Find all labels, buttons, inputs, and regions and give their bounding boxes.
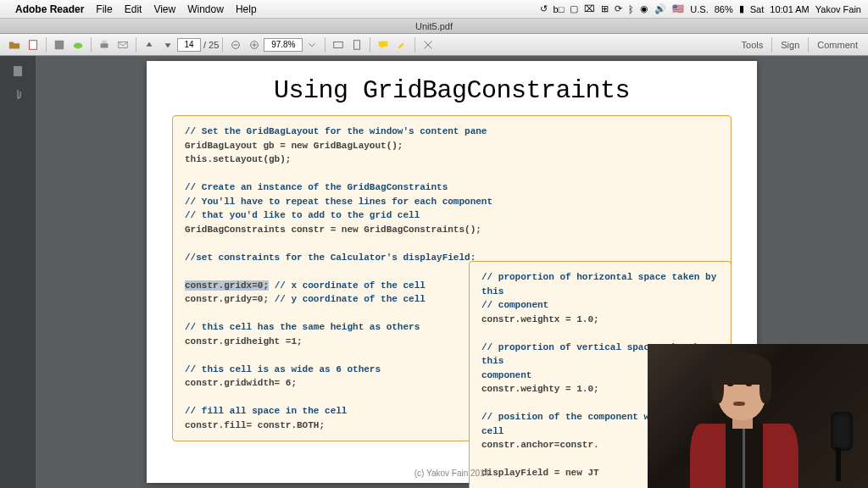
zoom-dropdown-icon[interactable] — [303, 36, 320, 53]
zoom-input[interactable] — [264, 38, 303, 52]
code-line: this.setLayout(gb); — [185, 152, 719, 167]
wifi-icon[interactable]: ◉ — [640, 3, 648, 14]
page-up-icon[interactable] — [141, 36, 158, 53]
presenter-figure — [682, 352, 809, 488]
code-line: // component — [481, 298, 719, 313]
svg-rect-4 — [102, 40, 106, 43]
day-label: Sat — [750, 4, 765, 14]
status-tray: ↺ b□ ▢ ⌧ ⊞ ⟳ ᛒ ◉ 🔊 🇺🇸 U.S. 86% ▮ Sat 10:… — [540, 3, 861, 14]
zoom-out-icon[interactable] — [227, 36, 244, 53]
navigation-pane — [0, 56, 36, 488]
thumbnails-icon[interactable] — [11, 64, 25, 78]
svg-rect-0 — [30, 40, 37, 49]
document-tab[interactable]: Unit5.pdf — [415, 21, 453, 31]
menu-window[interactable]: Window — [187, 3, 224, 15]
page-number-input[interactable] — [177, 38, 201, 52]
read-mode-icon[interactable] — [420, 36, 437, 53]
microphone — [821, 386, 863, 480]
box-icon[interactable]: b□ — [554, 4, 565, 14]
svg-rect-11 — [334, 42, 343, 47]
webcam-overlay — [648, 344, 868, 488]
toolbar: / 25 Tools Sign Comment — [0, 34, 868, 56]
cloud-icon[interactable] — [70, 36, 86, 53]
svg-rect-3 — [101, 43, 108, 47]
locale-label[interactable]: U.S. — [690, 4, 708, 14]
code-line: // Create an instance of the GridBagCons… — [185, 180, 719, 195]
slide-heading: Using GridBagConstraints — [172, 76, 732, 105]
grid-icon[interactable]: ⊞ — [601, 3, 609, 14]
code-line: constr.weightx = 1.0; — [481, 313, 719, 327]
svg-rect-1 — [55, 40, 64, 49]
code-line: // You'll have to repeat these lines for… — [185, 195, 719, 209]
code-line: // Set the GridBagLayout for the window'… — [185, 125, 719, 139]
code-line: // proportion of horizontal space taken … — [481, 270, 719, 298]
bluetooth-icon[interactable]: ᛒ — [628, 4, 634, 14]
screen-icon[interactable]: ⌧ — [584, 3, 595, 14]
document-tabbar: Unit5.pdf — [0, 19, 868, 34]
video-icon[interactable]: ▢ — [570, 3, 578, 14]
fit-width-icon[interactable] — [330, 36, 347, 53]
open-icon[interactable] — [6, 36, 23, 53]
comment-panel-button[interactable]: Comment — [817, 40, 858, 50]
refresh-icon[interactable]: ⟳ — [615, 3, 622, 14]
save-icon[interactable] — [51, 36, 68, 53]
battery-label[interactable]: 86% — [715, 4, 733, 14]
menu-file[interactable]: File — [96, 3, 112, 15]
zoom-in-icon[interactable] — [246, 36, 263, 53]
code-line: GridBagLayout gb = new GridBagLayout(); — [185, 139, 719, 153]
highlighted-text: constr.gridx=0; — [185, 280, 269, 291]
svg-rect-12 — [354, 40, 360, 49]
svg-rect-13 — [14, 66, 22, 76]
print-icon[interactable] — [96, 36, 113, 53]
page-down-icon[interactable] — [159, 36, 176, 53]
code-line: GridBagConstraints constr = new GridBagC… — [185, 223, 719, 237]
create-pdf-icon[interactable] — [25, 36, 42, 53]
email-icon[interactable] — [114, 36, 131, 53]
tools-panel-button[interactable]: Tools — [742, 40, 764, 50]
page-separator: / — [203, 40, 206, 50]
menu-help[interactable]: Help — [236, 3, 257, 15]
highlight-icon[interactable] — [393, 36, 410, 53]
battery-icon: ▮ — [739, 3, 744, 14]
sync-icon[interactable]: ↺ — [540, 3, 548, 14]
volume-icon[interactable]: 🔊 — [654, 3, 666, 14]
attachments-icon[interactable] — [11, 88, 25, 102]
menu-edit[interactable]: Edit — [125, 3, 142, 15]
page-total: 25 — [209, 40, 219, 50]
code-line: // that you'd like to add to the grid ce… — [185, 208, 719, 223]
menu-view[interactable]: View — [153, 3, 175, 15]
app-name[interactable]: Adobe Reader — [15, 3, 84, 15]
user-label[interactable]: Yakov Fain — [815, 4, 861, 14]
flag-icon[interactable]: 🇺🇸 — [672, 3, 684, 14]
time-label: 10:01 AM — [770, 4, 809, 14]
fit-page-icon[interactable] — [348, 36, 365, 53]
comment-bubble-icon[interactable] — [375, 36, 392, 53]
mac-menubar: Adobe Reader File Edit View Window Help … — [0, 0, 868, 19]
sign-panel-button[interactable]: Sign — [781, 40, 799, 50]
svg-point-2 — [74, 42, 83, 48]
